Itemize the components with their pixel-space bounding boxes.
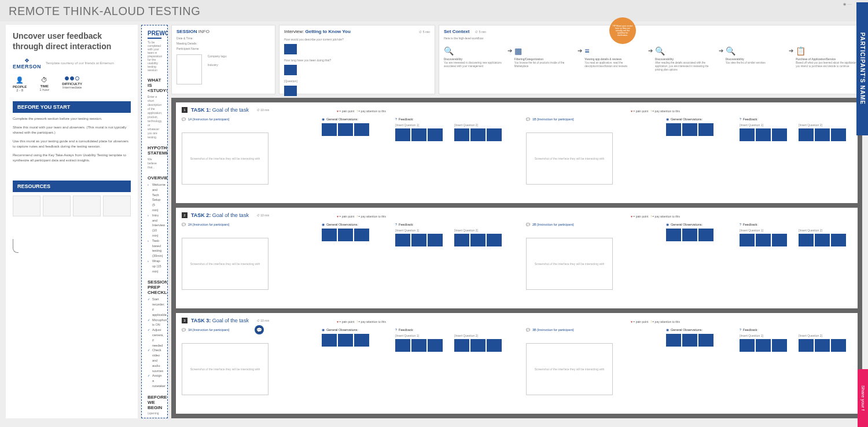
warn-icon: ! [357, 109, 358, 113]
screenshot-placeholder[interactable]: Screenshot of the interface they will be… [182, 343, 269, 395]
sticky-note[interactable] [698, 123, 713, 136]
session-info-panel: SESSION INFO Date & Time: Meeting Detail… [171, 25, 275, 94]
share-feedback-tab[interactable]: Share your f [858, 369, 868, 427]
heart-icon: ♥ [631, 109, 632, 113]
sticky-note[interactable] [756, 234, 771, 246]
sticky-note[interactable] [411, 339, 426, 352]
sticky-note[interactable] [470, 339, 486, 352]
screenshot-placeholder[interactable]: Screenshot of the interface they will be… [182, 132, 269, 185]
what-is-heading: WHAT IS <STUDY>? [148, 78, 161, 93]
sticky-note[interactable] [395, 339, 410, 352]
sticky-note[interactable] [454, 234, 469, 246]
sticky-note[interactable] [338, 334, 353, 347]
sticky-note[interactable] [284, 44, 297, 54]
heart-icon: ♥ [631, 320, 632, 323]
sticky-note[interactable] [338, 123, 353, 136]
sticky-note[interactable] [815, 128, 830, 141]
sticky-note[interactable] [740, 128, 755, 141]
sticky-note[interactable] [470, 234, 486, 246]
sticky-note[interactable] [740, 234, 755, 246]
sticky-note[interactable] [740, 339, 755, 352]
resource-thumb[interactable] [13, 196, 41, 216]
sticky-note[interactable] [322, 334, 337, 347]
chat-icon: 💬 [526, 328, 530, 332]
sticky-note[interactable] [395, 128, 410, 141]
step-icon: 🔍 [726, 46, 787, 56]
arrow-right-icon: ➔ [789, 47, 793, 54]
sticky-note[interactable] [799, 339, 814, 352]
resource-thumb[interactable] [43, 196, 71, 216]
sticky-note[interactable] [322, 229, 337, 241]
workflow-step: 🔍DiscoverabilityYou are interested in di… [444, 46, 505, 68]
sticky-note[interactable] [772, 128, 787, 141]
sticky-note[interactable] [831, 234, 846, 246]
resource-thumb[interactable] [73, 196, 101, 216]
sticky-note[interactable] [666, 123, 681, 136]
before-you-start-banner: BEFORE YOU START [13, 101, 131, 113]
sticky-note[interactable] [284, 86, 297, 96]
tasks-frame: 1 TASK 1: Goal of the task ⏱ 10 min ♥ = … [171, 98, 862, 418]
sticky-note[interactable] [799, 128, 814, 141]
template-credit: Template courtesy of our friends at Emer… [46, 61, 114, 66]
sticky-note[interactable] [666, 229, 681, 241]
observations-col: ◉General Observations: [666, 328, 733, 395]
sticky-note[interactable] [698, 334, 713, 347]
people-icon: 👤 [13, 76, 27, 84]
screenshot-placeholder[interactable]: Screenshot of the interface they will be… [182, 238, 269, 290]
arrow-right-icon: ➔ [648, 47, 653, 54]
step-icon: 🔍 [655, 46, 716, 56]
feedback-col: ?Feedback: [Insert Question 1] [Insert Q… [740, 117, 852, 185]
meta-row: 👤 PEOPLE 2 - 8 ⏱ TIME 1 hour DIFFICULTY … [13, 76, 131, 92]
sticky-note[interactable] [411, 128, 426, 141]
sticky-note[interactable] [470, 128, 486, 141]
eye-icon: ◉ [666, 117, 669, 121]
sticky-note[interactable] [428, 128, 443, 141]
sticky-note[interactable] [772, 339, 787, 352]
sticky-note[interactable] [395, 234, 410, 246]
sticky-note[interactable] [682, 334, 697, 347]
sticky-note[interactable] [454, 128, 469, 141]
sticky-note[interactable] [354, 229, 369, 241]
sticky-note[interactable] [284, 65, 297, 75]
sticky-note[interactable] [815, 234, 830, 246]
sticky-note[interactable] [428, 234, 443, 246]
sticky-note[interactable] [338, 229, 353, 241]
sticky-note[interactable] [831, 339, 846, 352]
sticky-note[interactable] [428, 339, 443, 352]
screenshot-placeholder[interactable]: Screenshot of the interface they will be… [526, 132, 613, 185]
participant-name-tab[interactable]: PARTICIPANT'S NAME [856, 2, 868, 135]
resource-thumb[interactable] [103, 196, 131, 216]
sticky-note[interactable] [354, 334, 369, 347]
timer-icon: ⏱ 10 min [257, 319, 269, 322]
sticky-note[interactable] [411, 234, 426, 246]
chat-icon: 💬 [526, 117, 530, 121]
sticky-note[interactable] [487, 234, 502, 246]
sticky-note[interactable] [666, 334, 681, 347]
workflow-row: 🔍DiscoverabilityYou are interested in di… [444, 46, 857, 72]
heart-icon: ♥ [337, 109, 339, 113]
sticky-note[interactable] [487, 128, 502, 141]
sticky-note[interactable] [322, 123, 337, 136]
prework-title: PREWORK [148, 30, 161, 39]
sticky-note[interactable] [772, 234, 787, 246]
chat-fab-icon[interactable]: 💬 [255, 325, 264, 334]
participant-photo-box[interactable] [176, 54, 202, 84]
sticky-note[interactable] [682, 229, 697, 241]
sticky-note[interactable] [815, 339, 830, 352]
sticky-note[interactable] [682, 123, 697, 136]
sticky-note[interactable] [831, 128, 846, 141]
sticky-note[interactable] [799, 234, 814, 246]
sticky-note[interactable] [487, 339, 502, 352]
sticky-note[interactable] [756, 339, 771, 352]
sticky-note[interactable] [756, 128, 771, 141]
arrow-down-icon [13, 239, 19, 253]
sticky-note[interactable] [454, 339, 469, 352]
chat-icon: 💬 [182, 223, 186, 226]
screenshot-placeholder[interactable]: Screenshot of the interface they will be… [526, 238, 613, 290]
screenshot-placeholder[interactable]: Screenshot of the interface they will be… [526, 343, 613, 395]
sticky-note[interactable] [698, 229, 713, 241]
list-item: Task-based testing (30min) [148, 238, 161, 259]
question-icon: ? [395, 328, 397, 332]
sticky-note[interactable] [354, 123, 369, 136]
question-icon: ? [740, 223, 741, 226]
